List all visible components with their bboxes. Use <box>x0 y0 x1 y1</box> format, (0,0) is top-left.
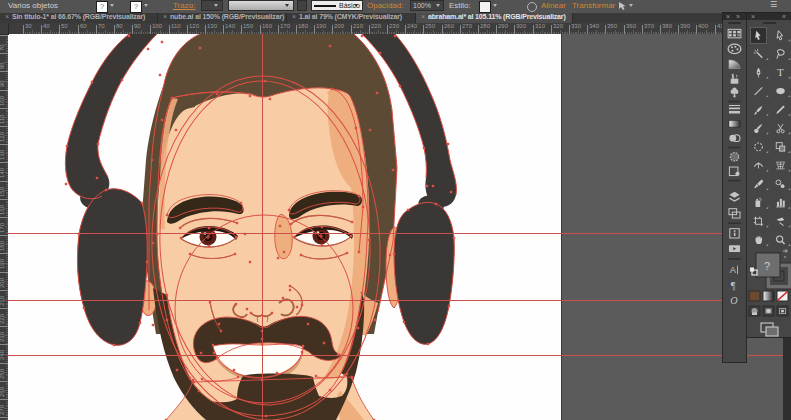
svg-text:¶: ¶ <box>731 280 736 291</box>
svg-text:?: ? <box>764 260 770 272</box>
svg-text:A: A <box>730 265 737 275</box>
svg-text:T: T <box>777 66 784 78</box>
svg-text:O: O <box>730 295 738 306</box>
